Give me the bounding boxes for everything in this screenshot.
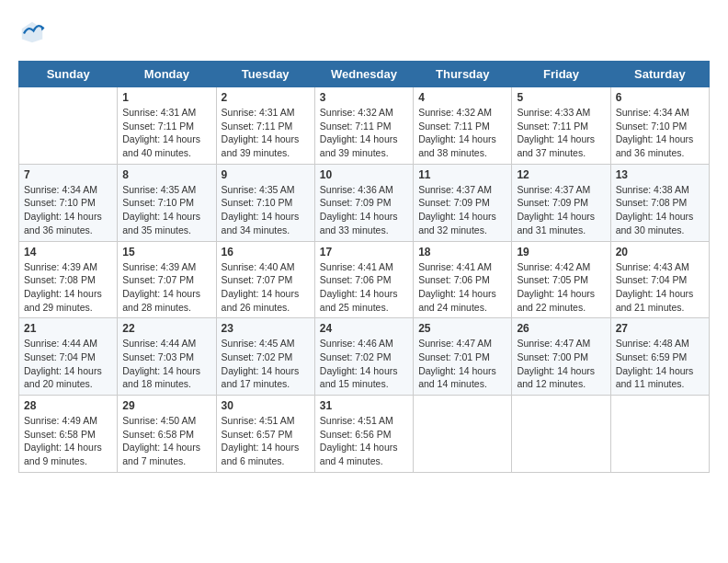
day-info: Sunrise: 4:51 AM Sunset: 6:56 PM Dayligh…: [320, 414, 408, 468]
daylight-text: Daylight: 14 hours and 18 minutes.: [122, 365, 200, 390]
daylight-text: Daylight: 14 hours and 17 minutes.: [222, 365, 300, 390]
sunset-text: Sunset: 7:10 PM: [122, 197, 194, 208]
day-number: 21: [24, 322, 112, 335]
calendar-cell: 7 Sunrise: 4:34 AM Sunset: 7:10 PM Dayli…: [19, 164, 118, 241]
calendar-cell: 6 Sunrise: 4:34 AM Sunset: 7:10 PM Dayli…: [610, 87, 709, 165]
sunrise-text: Sunrise: 4:39 AM: [24, 261, 97, 272]
calendar-cell: 4 Sunrise: 4:32 AM Sunset: 7:11 PM Dayli…: [414, 87, 512, 165]
daylight-text: Daylight: 14 hours and 38 minutes.: [418, 133, 496, 158]
day-info: Sunrise: 4:37 AM Sunset: 7:09 PM Dayligh…: [517, 183, 605, 237]
day-number: 9: [222, 168, 310, 181]
day-info: Sunrise: 4:32 AM Sunset: 7:11 PM Dayligh…: [320, 106, 408, 160]
sunset-text: Sunset: 7:02 PM: [222, 351, 293, 362]
week-row-1: 1 Sunrise: 4:31 AM Sunset: 7:11 PM Dayli…: [19, 87, 710, 165]
page-header: [18, 18, 710, 46]
calendar-cell: 8 Sunrise: 4:35 AM Sunset: 7:10 PM Dayli…: [118, 164, 216, 241]
daylight-text: Daylight: 14 hours and 20 minutes.: [24, 365, 102, 390]
day-number: 6: [616, 91, 704, 104]
weekday-header-tuesday: Tuesday: [216, 62, 314, 87]
sunset-text: Sunset: 7:11 PM: [222, 121, 293, 132]
sunset-text: Sunset: 7:06 PM: [418, 274, 490, 285]
day-info: Sunrise: 4:41 AM Sunset: 7:06 PM Dayligh…: [320, 260, 408, 315]
weekday-header-thursday: Thursday: [414, 62, 512, 87]
day-info: Sunrise: 4:31 AM Sunset: 7:11 PM Dayligh…: [122, 106, 210, 160]
day-number: 20: [616, 246, 704, 259]
calendar-cell: 10 Sunrise: 4:36 AM Sunset: 7:09 PM Dayl…: [314, 164, 413, 241]
day-info: Sunrise: 4:33 AM Sunset: 7:11 PM Dayligh…: [517, 106, 605, 160]
day-info: Sunrise: 4:36 AM Sunset: 7:09 PM Dayligh…: [320, 183, 408, 237]
day-number: 17: [320, 246, 408, 259]
calendar-cell: 12 Sunrise: 4:37 AM Sunset: 7:09 PM Dayl…: [512, 164, 610, 241]
day-info: Sunrise: 4:35 AM Sunset: 7:10 PM Dayligh…: [122, 183, 210, 237]
sunset-text: Sunset: 7:07 PM: [222, 274, 293, 285]
sunrise-text: Sunrise: 4:37 AM: [517, 184, 590, 195]
sunset-text: Sunset: 7:08 PM: [616, 197, 688, 208]
day-info: Sunrise: 4:47 AM Sunset: 7:01 PM Dayligh…: [418, 337, 506, 391]
sunset-text: Sunset: 7:01 PM: [418, 351, 490, 362]
week-row-2: 7 Sunrise: 4:34 AM Sunset: 7:10 PM Dayli…: [19, 164, 710, 241]
daylight-text: Daylight: 14 hours and 34 minutes.: [222, 211, 300, 236]
sunrise-text: Sunrise: 4:37 AM: [418, 184, 492, 195]
sunrise-text: Sunrise: 4:45 AM: [222, 338, 295, 349]
calendar-cell: 29 Sunrise: 4:50 AM Sunset: 6:58 PM Dayl…: [118, 396, 216, 473]
daylight-text: Daylight: 14 hours and 28 minutes.: [122, 288, 200, 313]
daylight-text: Daylight: 14 hours and 40 minutes.: [122, 133, 200, 158]
sunset-text: Sunset: 7:10 PM: [222, 197, 293, 208]
daylight-text: Daylight: 14 hours and 9 minutes.: [24, 442, 102, 466]
sunset-text: Sunset: 7:06 PM: [320, 274, 392, 285]
sunset-text: Sunset: 7:11 PM: [320, 121, 392, 132]
sunset-text: Sunset: 7:03 PM: [122, 351, 194, 362]
daylight-text: Daylight: 14 hours and 29 minutes.: [24, 288, 102, 313]
day-number: 19: [517, 246, 605, 259]
calendar-cell: 27 Sunrise: 4:48 AM Sunset: 6:59 PM Dayl…: [610, 318, 709, 396]
day-info: Sunrise: 4:43 AM Sunset: 7:04 PM Dayligh…: [616, 260, 704, 315]
sunrise-text: Sunrise: 4:38 AM: [616, 184, 689, 195]
day-info: Sunrise: 4:35 AM Sunset: 7:10 PM Dayligh…: [222, 183, 310, 237]
day-number: 11: [418, 168, 506, 181]
day-number: 16: [222, 246, 310, 259]
day-info: Sunrise: 4:51 AM Sunset: 6:57 PM Dayligh…: [222, 414, 310, 468]
sunrise-text: Sunrise: 4:47 AM: [517, 338, 590, 349]
day-number: 2: [222, 91, 310, 104]
daylight-text: Daylight: 14 hours and 26 minutes.: [222, 288, 300, 313]
day-info: Sunrise: 4:34 AM Sunset: 7:10 PM Dayligh…: [24, 183, 112, 237]
day-number: 13: [616, 168, 704, 181]
daylight-text: Daylight: 14 hours and 6 minutes.: [222, 442, 300, 466]
calendar-cell: [414, 396, 512, 473]
daylight-text: Daylight: 14 hours and 25 minutes.: [320, 288, 398, 313]
day-number: 25: [418, 322, 506, 335]
calendar-cell: 9 Sunrise: 4:35 AM Sunset: 7:10 PM Dayli…: [216, 164, 314, 241]
daylight-text: Daylight: 14 hours and 30 minutes.: [616, 211, 694, 236]
day-number: 23: [222, 322, 310, 335]
sunset-text: Sunset: 6:58 PM: [24, 429, 96, 440]
day-number: 26: [517, 322, 605, 335]
calendar-cell: 21 Sunrise: 4:44 AM Sunset: 7:04 PM Dayl…: [19, 318, 118, 396]
sunrise-text: Sunrise: 4:40 AM: [222, 261, 295, 272]
daylight-text: Daylight: 14 hours and 39 minutes.: [222, 133, 300, 158]
day-info: Sunrise: 4:39 AM Sunset: 7:07 PM Dayligh…: [122, 260, 210, 315]
logo: [18, 18, 50, 46]
day-number: 29: [122, 399, 210, 412]
weekday-header-row: SundayMondayTuesdayWednesdayThursdayFrid…: [19, 62, 710, 87]
calendar-cell: 26 Sunrise: 4:47 AM Sunset: 7:00 PM Dayl…: [512, 318, 610, 396]
sunset-text: Sunset: 7:10 PM: [24, 197, 96, 208]
sunset-text: Sunset: 7:09 PM: [517, 197, 588, 208]
sunset-text: Sunset: 6:59 PM: [616, 351, 688, 362]
calendar-cell: 31 Sunrise: 4:51 AM Sunset: 6:56 PM Dayl…: [314, 396, 413, 473]
sunrise-text: Sunrise: 4:31 AM: [222, 107, 295, 118]
weekday-header-wednesday: Wednesday: [314, 62, 413, 87]
calendar-cell: 25 Sunrise: 4:47 AM Sunset: 7:01 PM Dayl…: [414, 318, 512, 396]
calendar-cell: 16 Sunrise: 4:40 AM Sunset: 7:07 PM Dayl…: [216, 241, 314, 318]
sunset-text: Sunset: 7:10 PM: [616, 121, 688, 132]
calendar-cell: 5 Sunrise: 4:33 AM Sunset: 7:11 PM Dayli…: [512, 87, 610, 165]
daylight-text: Daylight: 14 hours and 12 minutes.: [517, 365, 595, 390]
sunrise-text: Sunrise: 4:32 AM: [320, 107, 393, 118]
day-info: Sunrise: 4:45 AM Sunset: 7:02 PM Dayligh…: [222, 337, 310, 391]
day-info: Sunrise: 4:47 AM Sunset: 7:00 PM Dayligh…: [517, 337, 605, 391]
sunrise-text: Sunrise: 4:51 AM: [320, 415, 393, 426]
calendar-cell: 17 Sunrise: 4:41 AM Sunset: 7:06 PM Dayl…: [314, 241, 413, 318]
week-row-5: 28 Sunrise: 4:49 AM Sunset: 6:58 PM Dayl…: [19, 396, 710, 473]
sunrise-text: Sunrise: 4:32 AM: [418, 107, 492, 118]
sunset-text: Sunset: 6:58 PM: [122, 429, 194, 440]
daylight-text: Daylight: 14 hours and 7 minutes.: [122, 442, 200, 466]
